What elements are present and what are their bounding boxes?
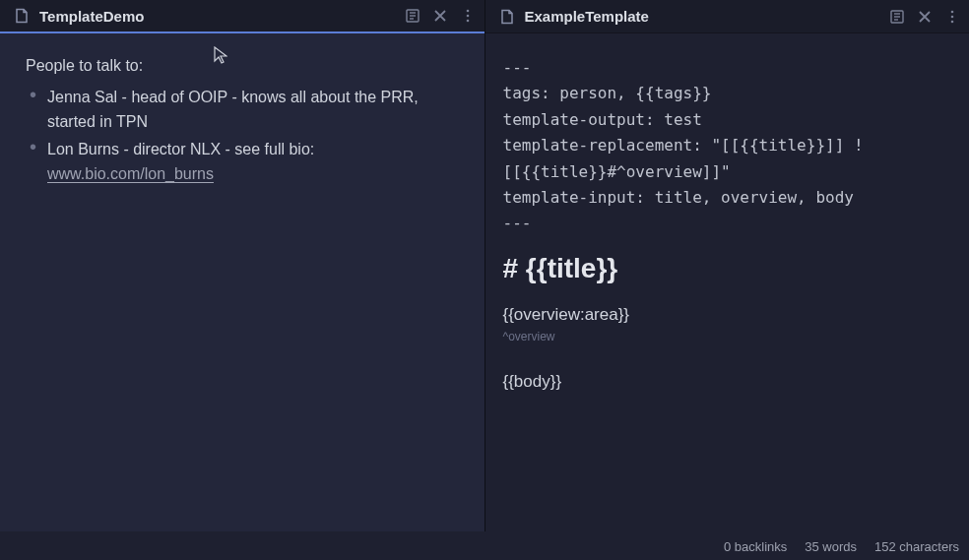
list-item-text: Jenna Sal - head of OOIP - knows all abo…: [47, 89, 419, 131]
list-item-text: Lon Burns - director NLX - see full bio:: [47, 141, 314, 157]
list-item: Lon Burns - director NLX - see full bio:…: [30, 137, 459, 187]
tab-actions-left: [404, 7, 477, 25]
reading-mode-icon[interactable]: [888, 8, 906, 26]
tab-bar-right: ExampleTemplate: [485, 0, 970, 33]
more-icon[interactable]: [459, 7, 477, 25]
status-backlinks[interactable]: 0 backlinks: [724, 539, 787, 554]
template-overview: {{overview:area}}: [503, 301, 952, 328]
tab-bar-left: TemplateDemo: [0, 0, 484, 33]
close-icon[interactable]: [916, 8, 934, 26]
bullet-list: Jenna Sal - head of OOIP - knows all abo…: [26, 85, 459, 187]
more-icon[interactable]: [943, 8, 961, 26]
frontmatter-block: --- tags: person, {{tags}} template-outp…: [503, 55, 952, 237]
svg-point-13: [951, 20, 954, 23]
reading-mode-icon[interactable]: [404, 7, 421, 25]
heading-text: People to talk to:: [26, 53, 459, 79]
svg-point-6: [466, 20, 469, 23]
list-item: Jenna Sal - head of OOIP - knows all abo…: [30, 85, 459, 135]
tab-title-right[interactable]: ExampleTemplate: [525, 8, 889, 25]
external-link[interactable]: www.bio.com/lon_burns: [47, 165, 214, 182]
template-h1: # {{title}}: [503, 247, 952, 291]
left-pane: TemplateDemo People to talk to: Jenna Sa…: [0, 0, 485, 531]
close-icon[interactable]: [431, 7, 449, 25]
editor-right[interactable]: --- tags: person, {{tags}} template-outp…: [485, 33, 970, 531]
tab-title-left[interactable]: TemplateDemo: [39, 8, 404, 25]
status-bar: 0 backlinks 35 words 152 characters: [0, 532, 969, 560]
svg-point-5: [466, 15, 469, 18]
document-icon: [499, 9, 515, 25]
svg-point-12: [951, 15, 954, 18]
template-caret: ^overview: [503, 328, 952, 346]
status-words[interactable]: 35 words: [805, 539, 857, 554]
right-pane: ExampleTemplate --- tags: person, {{tags…: [485, 0, 970, 531]
svg-point-11: [951, 10, 954, 13]
status-chars[interactable]: 152 characters: [874, 539, 959, 554]
document-icon: [14, 8, 30, 24]
editor-left[interactable]: People to talk to: Jenna Sal - head of O…: [0, 33, 484, 531]
svg-point-4: [466, 10, 469, 13]
tab-actions-right: [888, 8, 961, 26]
template-body: {{body}}: [503, 368, 952, 395]
